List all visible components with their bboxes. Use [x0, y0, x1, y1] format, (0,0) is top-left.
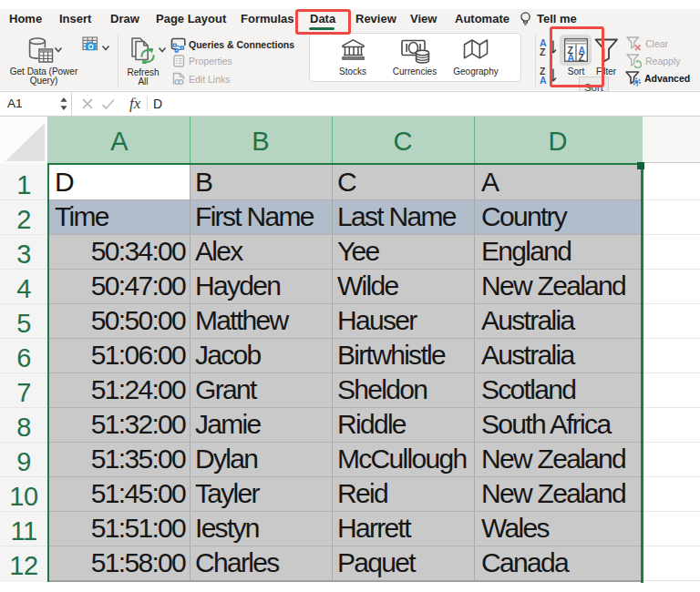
svg-text:A: A — [540, 75, 547, 86]
svg-text:Z: Z — [540, 46, 546, 56]
